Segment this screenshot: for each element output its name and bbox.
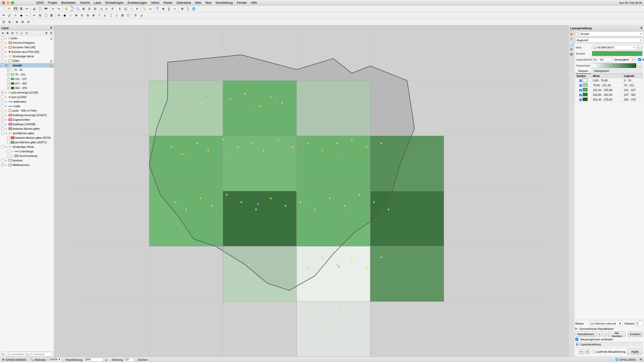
- edit-btn[interactable]: 🖊: [7, 13, 12, 18]
- farbverlauf-gradient[interactable]: [592, 63, 636, 68]
- history-btn[interactable]: ↩: [579, 349, 584, 354]
- class-legend-4[interactable]: 302 - 378: [623, 97, 643, 102]
- digitize-btn[interactable]: ✏: [1, 13, 7, 18]
- wert-options-btn[interactable]: ⋯: [637, 45, 642, 50]
- layer-item-pois[interactable]: ▷ pois [12265]: [0, 95, 54, 99]
- redo-btn[interactable]: ↪: [56, 6, 62, 12]
- expand-pois[interactable]: ▷: [5, 96, 8, 99]
- add-ring-btn[interactable]: ○: [68, 13, 73, 18]
- symmetrisch-expand[interactable]: ▷: [575, 327, 577, 330]
- print-btn[interactable]: 🖨: [31, 6, 37, 12]
- attribute-table-btn[interactable]: ≣: [160, 6, 166, 12]
- genauigkeit-dropdown[interactable]: 1 ▼: [631, 57, 637, 62]
- minimize-button[interactable]: [7, 1, 10, 4]
- layer-item-eindeutige1[interactable]: ▷ 📁 Eindeutige Werte: [0, 54, 54, 59]
- layer-checkbox-grünflächen2[interactable]: [7, 141, 10, 144]
- diagram-icon[interactable]: 📊: [569, 42, 574, 47]
- class-row-0[interactable]: 0,00 - 75,60 0 - 76: [576, 78, 643, 83]
- layer-selector-dropdown[interactable]: Anzahl ▼: [579, 31, 643, 36]
- layer-close-btn[interactable]: ☰: [49, 31, 53, 35]
- layer-checkbox-pofw[interactable]: [1, 37, 4, 40]
- split-btn[interactable]: ⌶: [108, 13, 114, 18]
- save-as-btn[interactable]: 🖫: [18, 6, 24, 12]
- layer-checkbox-grünflächen[interactable]: [1, 132, 4, 135]
- massstab-dropdown[interactable]: 1:244006 ▼: [46, 358, 61, 362]
- layer-checkbox-mittelsachsen[interactable]: [1, 163, 4, 166]
- field-calc-btn[interactable]: ≈: [172, 6, 178, 12]
- stat-btn[interactable]: ∑: [166, 6, 172, 12]
- layer-item-voronoi[interactable]: ▷ Voronoi-Polygone: [0, 40, 54, 45]
- expand-pofw[interactable]: ▷: [5, 37, 8, 40]
- menu-netz[interactable]: Netz: [203, 1, 214, 5]
- expand-roads[interactable]: ▷: [5, 105, 8, 108]
- menu-ansicht[interactable]: Ansicht: [78, 1, 92, 5]
- expand-eindeutige1[interactable]: ▷: [5, 55, 8, 58]
- gps-btn[interactable]: ⊛: [14, 19, 20, 25]
- laufende-aktualisierung-checkbox[interactable]: [592, 350, 595, 353]
- class-row-2[interactable]: 151,20 - 226,80 151 - 227: [576, 88, 643, 93]
- cut-btn[interactable]: ✂: [31, 13, 37, 18]
- layer-item-bebaute[interactable]: ▷ bebaute-flächen-gitter: [0, 126, 54, 131]
- expand-buildings-bereinigt[interactable]: ▷: [5, 114, 8, 117]
- menu-hilfe[interactable]: Hilfe: [249, 1, 259, 5]
- klassen-tab[interactable]: Klassen: [575, 69, 591, 74]
- expand-linienlänge[interactable]: ▷: [11, 150, 14, 153]
- layer-item-gitter[interactable]: ▷ Gitter 🔒: [0, 59, 54, 63]
- layer-item-buildings[interactable]: ▷ buildings [154638]: [0, 122, 54, 126]
- class-check-2[interactable]: [579, 89, 582, 92]
- collapse-all-btn[interactable]: ▷: [20, 31, 24, 35]
- maximize-button[interactable]: [11, 1, 14, 4]
- layer-checkbox-verschneidung[interactable]: [7, 154, 10, 157]
- expand-all-btn[interactable]: ▽: [15, 31, 19, 35]
- refresh-btn[interactable]: ↺: [110, 6, 115, 12]
- layer-checkbox-class-76-151[interactable]: [7, 73, 10, 76]
- renderer-type-dropdown[interactable]: Abgestuft ▼: [575, 38, 643, 43]
- deselect-btn[interactable]: ✕: [134, 6, 140, 12]
- expand-grünflächen[interactable]: ▽: [5, 132, 8, 135]
- expand-zugeschnitten[interactable]: ▷: [5, 118, 8, 121]
- layer-item-einzelne[interactable]: ▷ Einzelne Teile [45]: [0, 45, 54, 50]
- layer-item-grünflächen2[interactable]: grünflächen-gitter [25871]: [0, 140, 54, 145]
- expand-gitter[interactable]: ▷: [5, 59, 8, 62]
- farbverlauf-reverse-btn[interactable]: ↔: [637, 63, 642, 68]
- paint-bucket-icon[interactable]: 🎨: [569, 32, 574, 36]
- select-btn[interactable]: ◱: [123, 6, 128, 12]
- class-legend-2[interactable]: 151 - 227: [623, 88, 643, 93]
- wert-dropdown[interactable]: 1,2 NUMPOINTS ▼: [592, 45, 636, 50]
- menu-datenbank[interactable]: Datenbank: [175, 1, 193, 5]
- add-part-btn[interactable]: ⊕: [73, 13, 79, 18]
- class-legend-1[interactable]: 76 - 151: [623, 83, 643, 88]
- abschneiden-checkbox[interactable]: [638, 58, 641, 61]
- expand-pofw-500[interactable]: ▷: [5, 109, 8, 112]
- symbol-picker[interactable]: [592, 51, 642, 56]
- revert-btn[interactable]: ↩: [24, 6, 30, 12]
- expand-waterways[interactable]: ▷: [5, 100, 8, 103]
- layer-checkbox-class-227-302[interactable]: [7, 82, 10, 85]
- layerdarstellung-expand[interactable]: ▷: [576, 343, 578, 346]
- layer-item-class-302-378[interactable]: 302 - 378: [0, 86, 54, 90]
- layer-checkbox-buildings[interactable]: [1, 123, 4, 126]
- zoom-out-btn[interactable]: 🔍-: [75, 6, 80, 12]
- snap-config-btn[interactable]: ⊡: [1, 19, 7, 25]
- zoom-layer-btn[interactable]: ⊡: [87, 6, 92, 12]
- layer-item-landuse[interactable]: ▷ landuse: [0, 158, 54, 163]
- gps3-btn[interactable]: ⊝: [26, 19, 31, 25]
- expand-eindeutige2[interactable]: ▽: [5, 145, 8, 148]
- map-area[interactable]: [54, 25, 569, 357]
- expand-pois-bereinigt[interactable]: ▷: [5, 91, 8, 94]
- layer-item-pofw[interactable]: ▷ pofw 🔒: [0, 36, 54, 40]
- layer-checkbox-bebaute-fl[interactable]: [7, 136, 10, 139]
- layer-item-roads[interactable]: ▷ roads: [0, 104, 54, 108]
- topological-btn[interactable]: ⊚: [7, 19, 12, 25]
- layer-props-btn[interactable]: ⚙: [44, 31, 49, 35]
- menu-verarbeitung[interactable]: Verarbeitung: [214, 1, 235, 5]
- gps2-btn[interactable]: ⊜: [20, 19, 25, 25]
- paste-btn[interactable]: 📋: [43, 13, 49, 18]
- close-styling-icon[interactable]: ✕: [640, 26, 642, 30]
- layer-item-verschneidung[interactable]: ▷ Verschneidung: [0, 154, 54, 158]
- layer-checkbox-class-151-227[interactable]: [7, 77, 10, 80]
- class-row-1[interactable]: 75,60 - 151,20 76 - 151: [576, 83, 643, 88]
- rotate-pt-btn[interactable]: ↻: [133, 13, 138, 18]
- layer-item-class-76-151[interactable]: 76 - 151: [0, 72, 54, 77]
- expand-landuse[interactable]: ▷: [5, 159, 8, 162]
